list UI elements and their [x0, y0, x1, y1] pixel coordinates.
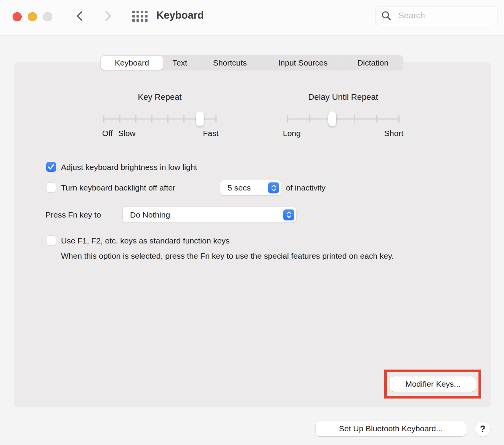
fn-key-dropdown[interactable]: Do Nothing	[123, 207, 296, 222]
slider-tick	[119, 115, 120, 123]
slider-thumb[interactable]	[328, 111, 336, 126]
minimize-window-icon[interactable]	[28, 12, 37, 21]
tab-text[interactable]: Text	[163, 55, 197, 70]
slider-tick	[167, 115, 169, 123]
key-repeat-heading: Key Repeat	[103, 92, 217, 102]
slider-tick	[183, 115, 185, 123]
backlight-off-suffix-label: of inactivity	[286, 182, 326, 193]
function-keys-label: Use F1, F2, etc. keys as standard functi…	[61, 235, 230, 246]
backlight-off-label: Turn keyboard backlight off after	[61, 182, 175, 193]
delay-label-long: Long	[283, 129, 301, 138]
stepper-chevrons-icon	[283, 209, 294, 220]
backlight-delay-value: 5 secs	[228, 180, 251, 195]
slider-tick	[135, 115, 136, 123]
tab-keyboard[interactable]: Keyboard	[101, 56, 163, 70]
adjust-brightness-label: Adjust keyboard brightness in low light	[61, 162, 197, 172]
tab-input-sources[interactable]: Input Sources	[263, 55, 343, 70]
backlight-delay-dropdown[interactable]: 5 secs	[220, 180, 281, 195]
key-repeat-label-off: Off	[102, 129, 113, 138]
slider-tick	[376, 115, 377, 123]
show-all-grid-icon[interactable]	[132, 11, 148, 22]
delay-label-short: Short	[377, 129, 403, 138]
zoom-window-icon	[43, 12, 52, 21]
setup-bluetooth-keyboard-button[interactable]: Set Up Bluetooth Keyboard...	[316, 421, 466, 436]
title-bar: Keyboard	[0, 0, 504, 35]
search-input[interactable]	[375, 6, 498, 25]
keyboard-settings-panel	[14, 62, 491, 407]
slider-thumb[interactable]	[196, 111, 204, 126]
stepper-chevrons-icon	[268, 182, 279, 194]
checkmark-icon	[46, 162, 56, 172]
fn-key-value: Do Nothing	[130, 207, 170, 222]
slider-tick	[309, 115, 310, 123]
slider-tick	[398, 115, 400, 123]
tab-bar: Keyboard Text Shortcuts Input Sources Di…	[100, 55, 403, 70]
backlight-off-checkbox[interactable]	[46, 182, 56, 192]
tab-shortcuts[interactable]: Shortcuts	[197, 55, 263, 70]
function-keys-checkbox[interactable]	[46, 235, 56, 245]
slider-tick	[151, 115, 152, 123]
function-keys-description: When this option is selected, press the …	[61, 250, 452, 263]
slider-tick	[354, 115, 355, 123]
slider-tick	[287, 115, 288, 123]
key-repeat-slider[interactable]	[103, 111, 217, 126]
fn-key-label: Press Fn key to	[45, 210, 101, 220]
tab-dictation[interactable]: Dictation	[343, 55, 403, 70]
forward-icon	[103, 10, 113, 22]
delay-until-repeat-slider[interactable]	[287, 111, 400, 126]
page-title: Keyboard	[156, 10, 204, 21]
slider-tick	[215, 115, 217, 123]
close-window-icon[interactable]	[13, 12, 22, 21]
key-repeat-label-slow: Slow	[118, 129, 136, 138]
back-icon[interactable]	[75, 10, 85, 22]
slider-tick	[103, 115, 104, 123]
slider-track[interactable]	[287, 118, 400, 120]
modifier-keys-button[interactable]: Modifier Keys...	[390, 376, 476, 392]
delay-until-repeat-heading: Delay Until Repeat	[286, 92, 400, 102]
help-button[interactable]: ?	[475, 421, 490, 437]
adjust-brightness-checkbox[interactable]	[46, 162, 56, 172]
key-repeat-label-fast: Fast	[198, 129, 218, 138]
